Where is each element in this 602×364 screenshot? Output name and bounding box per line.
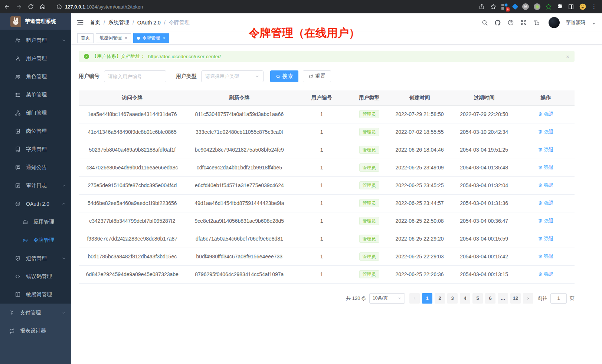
next-page-button[interactable]: [523, 293, 533, 304]
share-icon[interactable]: [478, 3, 485, 10]
created-time-cell: 2022-06-25 23:49:09: [388, 159, 451, 176]
extension-star-icon[interactable]: [545, 3, 552, 10]
goto-page-input[interactable]: [550, 293, 567, 304]
user-id-input[interactable]: [104, 70, 166, 82]
expire-time-cell: 2054-03-04 00:36:47: [451, 212, 517, 230]
force-logout-label: 强退: [544, 218, 553, 224]
search-icon[interactable]: [481, 19, 488, 26]
search-button[interactable]: 搜索: [270, 70, 298, 82]
user-type-tag: 管理员: [359, 146, 379, 154]
sidebar-toggle-icon[interactable]: [568, 4, 574, 10]
chevron-down-icon: [62, 183, 66, 188]
extension-diamond-icon[interactable]: [512, 4, 518, 10]
tab-close-icon[interactable]: ×: [163, 36, 166, 41]
sidebar-item-menu-tree[interactable]: 菜单管理: [0, 86, 71, 104]
fullscreen-icon[interactable]: [520, 19, 527, 26]
force-logout-button[interactable]: 强退: [538, 146, 553, 153]
sidebar-item-shield[interactable]: 短信管理: [0, 249, 71, 267]
expire-time-cell: 2054-03-04 01:35:48: [451, 159, 517, 176]
sidebar-item-code[interactable]: 错误码管理: [0, 267, 71, 285]
force-logout-button[interactable]: 强退: [538, 200, 553, 206]
sidebar-logo[interactable]: 芋道管理系统: [0, 13, 71, 30]
user-type-tag: 管理员: [359, 235, 379, 243]
extension-puzzle-icon[interactable]: [557, 4, 563, 10]
extension-grid-icon[interactable]: 9: [501, 3, 508, 10]
sidebar-item-message[interactable]: 通知公告: [0, 158, 71, 176]
force-logout-button[interactable]: 强退: [538, 253, 553, 260]
sidebar-item-signal[interactable]: 令牌管理: [0, 231, 71, 249]
sidebar-item-log[interactable]: 审计日志: [0, 176, 71, 195]
badge-icon: [15, 128, 21, 134]
bookmark-star-icon[interactable]: [490, 3, 497, 10]
force-logout-button[interactable]: 强退: [538, 218, 553, 224]
user-name[interactable]: 芋道源码: [566, 19, 585, 26]
page-button-4[interactable]: 4: [460, 293, 470, 304]
sidebar-item-robot[interactable]: OAuth 2.0: [0, 195, 71, 213]
tab-令牌管理[interactable]: 令牌管理×: [133, 33, 169, 43]
sidebar-item-open-book[interactable]: 敏感词管理: [0, 285, 71, 304]
breadcrumb-item[interactable]: OAuth 2.0: [137, 20, 161, 26]
sidebar-item-users[interactable]: 角色管理: [0, 67, 71, 86]
user-type-select[interactable]: 请选择用户类型: [201, 70, 264, 82]
force-logout-button[interactable]: 强退: [538, 235, 553, 242]
trash-icon: [538, 129, 543, 134]
user-type-cell: 管理员: [350, 248, 388, 265]
tab-首页[interactable]: 首页: [77, 33, 94, 43]
breadcrumb-item[interactable]: 系统管理: [108, 19, 129, 26]
page-buttons: 123456…12: [409, 293, 533, 304]
page-button-5[interactable]: 5: [472, 293, 483, 304]
sidebar-item-label: 菜单管理: [26, 92, 66, 98]
access-token-cell: 54d6be82ee5a460a9aedc1f9bf223656: [79, 194, 186, 212]
breadcrumb-separator: /: [104, 20, 105, 26]
url-bar[interactable]: 127.0.0.1:1024/system/oauth2/token: [51, 4, 473, 10]
breadcrumb-item[interactable]: 首页: [90, 19, 100, 26]
tab-close-icon[interactable]: ×: [125, 36, 127, 41]
reload-icon[interactable]: [27, 3, 34, 10]
help-icon[interactable]: [507, 19, 514, 26]
caret-down-icon[interactable]: [592, 21, 596, 26]
force-logout-button[interactable]: 强退: [538, 271, 553, 278]
user-id-cell: 1: [293, 212, 350, 230]
page-button-12[interactable]: 12: [510, 293, 521, 304]
sidebar-item-org[interactable]: 部门管理: [0, 104, 71, 122]
page-button-1[interactable]: 1: [422, 293, 432, 304]
force-logout-button[interactable]: 强退: [538, 182, 553, 189]
extension-dot-icon[interactable]: [534, 3, 540, 10]
sidebar-item-users[interactable]: 租户管理: [0, 31, 71, 49]
access-token-cell: 6d842e2924594de9a09e45e087323abe: [79, 265, 186, 283]
sidebar-item-yen[interactable]: 支付管理: [0, 304, 71, 322]
tab-label: 首页: [81, 35, 90, 41]
more-pages-button[interactable]: …: [498, 293, 508, 304]
back-icon[interactable]: [4, 3, 10, 10]
sidebar-item-report[interactable]: 报表设计器: [0, 322, 71, 340]
user-avatar[interactable]: [549, 17, 560, 28]
github-icon[interactable]: [494, 19, 501, 26]
force-logout-button[interactable]: 强退: [538, 164, 553, 171]
alert-close-icon[interactable]: ×: [566, 53, 569, 60]
site-info-icon[interactable]: [56, 4, 62, 10]
prev-page-button[interactable]: [409, 293, 420, 304]
sidebar-collapse-icon[interactable]: [76, 19, 84, 26]
profile-avatar-icon[interactable]: [579, 3, 586, 10]
page-button-3[interactable]: 3: [447, 293, 458, 304]
active-dot: [137, 37, 140, 40]
trash-icon: [538, 254, 543, 259]
sidebar-item-dict[interactable]: 字典管理: [0, 140, 71, 158]
extension-command-icon[interactable]: ⌘: [522, 3, 529, 10]
sidebar-item-badge[interactable]: 岗位管理: [0, 122, 71, 140]
page-size-select[interactable]: 10条/页: [369, 293, 405, 304]
tab-敏感词管理[interactable]: 敏感词管理×: [96, 33, 131, 43]
sidebar-item-user[interactable]: 用户管理: [0, 49, 71, 67]
user-type-tag: 管理员: [359, 181, 379, 189]
home-icon[interactable]: [39, 3, 46, 10]
page-button-2[interactable]: 2: [435, 293, 445, 304]
font-size-icon[interactable]: [533, 19, 540, 26]
force-logout-button[interactable]: 强退: [538, 129, 553, 135]
reset-button[interactable]: 重置: [303, 70, 331, 82]
force-logout-button[interactable]: 强退: [538, 111, 553, 118]
page-button-6[interactable]: 6: [485, 293, 495, 304]
sidebar-item-briefcase[interactable]: 应用管理: [0, 213, 71, 231]
forward-icon[interactable]: [16, 3, 22, 10]
doc-link[interactable]: https://doc.iocoder.cn/user-center/: [148, 54, 221, 59]
browser-menu-icon[interactable]: ⋮: [591, 5, 597, 9]
